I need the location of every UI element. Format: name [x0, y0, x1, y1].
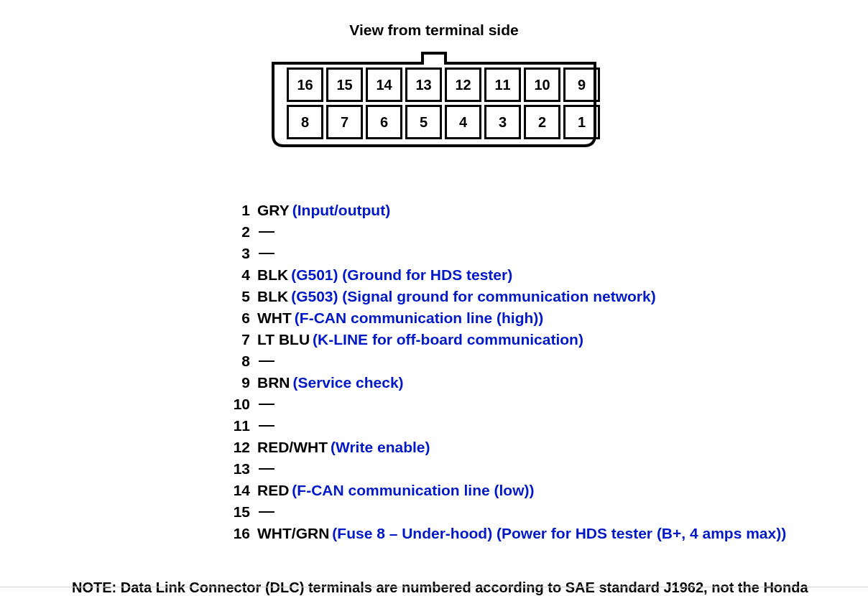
- pin-cell: 10: [524, 67, 560, 102]
- pin-row: 9BRN (Service check): [230, 372, 868, 394]
- pin-grid: 16 15 14 13 12 11 10 9 8 7 6 5 4 3 2 1: [287, 67, 600, 139]
- pin-color: BLK: [257, 264, 288, 286]
- pin-color: WHT: [257, 307, 292, 329]
- pin-row: 4BLK (G501) (Ground for HDS tester): [230, 264, 868, 286]
- pin-number: 15: [230, 501, 250, 523]
- pin-row: 13: [230, 458, 868, 480]
- pin-cell: 8: [287, 105, 323, 139]
- pin-color: RED: [257, 480, 289, 501]
- pin-row: 5BLK (G503) (Signal ground for communica…: [230, 286, 868, 307]
- pin-cell: 7: [326, 105, 363, 139]
- pin-cell: 4: [445, 105, 481, 139]
- pin-row: 8: [230, 350, 868, 372]
- pin-description: (Input/output): [292, 200, 390, 221]
- pin-description: (G501) (Ground for HDS tester): [291, 264, 512, 286]
- pin-row: 16WHT/GRN (Fuse 8 – Under-hood) (Power f…: [230, 523, 868, 544]
- pin-number: 1: [230, 200, 250, 221]
- pin-row: 3: [230, 243, 868, 264]
- pin-number: 5: [230, 286, 250, 307]
- empty-pin-dash-icon: [259, 511, 274, 513]
- pin-row: 1GRY (Input/output): [230, 200, 868, 221]
- pin-description: (K-LINE for off-board communication): [313, 329, 583, 350]
- pin-cell: 3: [484, 105, 521, 139]
- connector-outline-wrap: 16 15 14 13 12 11 10 9 8 7 6 5 4 3 2 1: [272, 49, 596, 149]
- pin-number: 9: [230, 372, 250, 394]
- note-label: NOTE:: [72, 579, 116, 595]
- pin-cell: 13: [405, 67, 442, 102]
- pin-description: (Write enable): [331, 437, 430, 458]
- pin-cell: 15: [326, 67, 363, 102]
- pin-description: (F-CAN communication line (high)): [295, 307, 543, 329]
- diagram-title: View from terminal side: [0, 0, 868, 49]
- pin-number: 16: [230, 523, 250, 544]
- pin-number: 3: [230, 243, 250, 264]
- pin-row: 15: [230, 501, 868, 523]
- pin-cell: 9: [563, 67, 600, 102]
- pin-number: 4: [230, 264, 250, 286]
- pin-number: 6: [230, 307, 250, 329]
- pin-description: (Fuse 8 – Under-hood) (Power for HDS tes…: [332, 523, 786, 544]
- pin-description: (F-CAN communication line (low)): [292, 480, 534, 501]
- empty-pin-dash-icon: [259, 404, 274, 405]
- pin-color: WHT/GRN: [257, 523, 329, 544]
- empty-pin-dash-icon: [259, 253, 274, 254]
- pin-list: 1GRY (Input/output)234BLK (G501) (Ground…: [0, 200, 868, 544]
- pin-row: 10: [230, 394, 868, 415]
- pin-cell: 1: [563, 105, 600, 139]
- pin-cell: 16: [287, 67, 323, 102]
- page: View from terminal side 16 15 14 13 12 1…: [0, 0, 868, 596]
- pin-description: (Service check): [293, 372, 404, 394]
- empty-pin-dash-icon: [259, 360, 274, 362]
- pin-number: 12: [230, 437, 250, 458]
- pin-cell: 2: [524, 105, 560, 139]
- pin-number: 11: [230, 415, 250, 437]
- pin-row: 14RED (F-CAN communication line (low)): [230, 480, 868, 501]
- note-block: NOTE: Data Link Connector (DLC) terminal…: [0, 544, 868, 596]
- pin-row: 6WHT (F-CAN communication line (high)): [230, 307, 868, 329]
- pin-number: 13: [230, 458, 250, 480]
- pin-color: GRY: [257, 200, 290, 221]
- pin-color: BRN: [257, 372, 290, 394]
- pin-row: 11: [230, 415, 868, 437]
- pin-row: 2: [230, 221, 868, 243]
- pin-cell: 12: [445, 67, 481, 102]
- pin-number: 8: [230, 350, 250, 372]
- pin-color: BLK: [257, 286, 288, 307]
- pin-cell: 14: [366, 67, 402, 102]
- pin-color: RED/WHT: [257, 437, 328, 458]
- pin-row: 7LT BLU (K-LINE for off-board communicat…: [230, 329, 868, 350]
- empty-pin-dash-icon: [259, 468, 274, 470]
- connector-diagram: 16 15 14 13 12 11 10 9 8 7 6 5 4 3 2 1: [0, 49, 868, 149]
- pin-number: 2: [230, 221, 250, 243]
- empty-pin-dash-icon: [259, 425, 274, 427]
- note-text-line1: Data Link Connector (DLC) terminals are …: [121, 579, 808, 595]
- pin-cell: 11: [484, 67, 521, 102]
- divider: [0, 587, 868, 587]
- pin-cell: 6: [366, 105, 402, 139]
- pin-description: (G503) (Signal ground for communication …: [291, 286, 656, 307]
- pin-cell: 5: [405, 105, 442, 139]
- pin-number: 10: [230, 394, 250, 415]
- pin-number: 7: [230, 329, 250, 350]
- pin-number: 14: [230, 480, 250, 501]
- pin-color: LT BLU: [257, 329, 310, 350]
- pin-row: 12RED/WHT (Write enable): [230, 437, 868, 458]
- empty-pin-dash-icon: [259, 231, 274, 233]
